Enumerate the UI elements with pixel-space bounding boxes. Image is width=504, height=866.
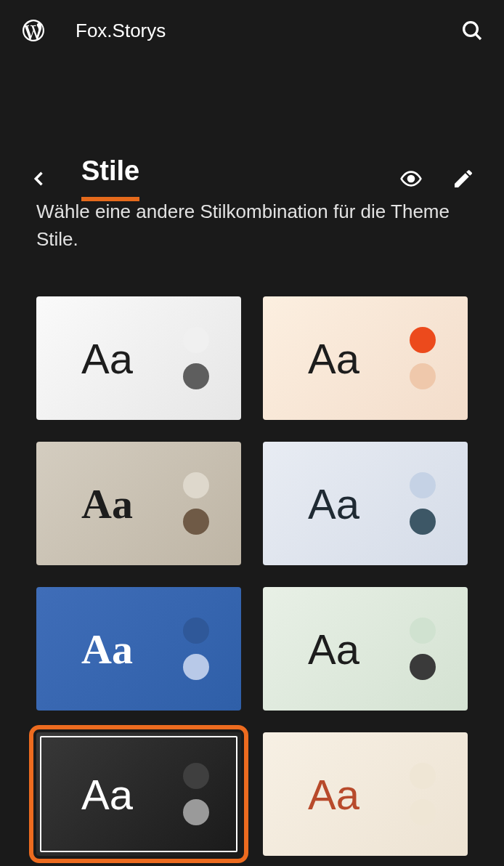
color-swatch-top-icon: [410, 327, 436, 353]
color-swatch-top-icon: [183, 763, 209, 789]
style-sample-text: Aa: [81, 625, 133, 673]
top-bar-left: Fox.Storys: [20, 17, 166, 44]
style-card-6[interactable]: Aa: [36, 732, 241, 856]
style-card-inner: Aa: [36, 296, 241, 420]
color-swatch-bottom-icon: [410, 799, 436, 825]
color-swatch-bottom-icon: [410, 509, 436, 535]
style-sample-text: Aa: [308, 770, 359, 819]
wordpress-logo-icon[interactable]: [20, 17, 46, 44]
description-text: Wähle eine andere Stilkombination für di…: [0, 201, 504, 253]
color-swatch-top-icon: [410, 618, 436, 644]
style-sample-text: Aa: [308, 479, 359, 528]
svg-point-0: [464, 23, 478, 36]
color-swatch-bottom-icon: [183, 654, 209, 680]
style-card-inner: Aa: [36, 732, 241, 856]
style-card-1[interactable]: Aa: [263, 296, 468, 420]
style-sample-text: Aa: [308, 625, 359, 673]
color-swatch-top-icon: [183, 618, 209, 644]
style-card-7[interactable]: Aa: [263, 732, 468, 856]
page-header-left: Stile: [29, 155, 139, 201]
color-swatch-bottom-icon: [410, 363, 436, 389]
color-swatch-bottom-icon: [183, 363, 209, 389]
style-card-inner: Aa: [263, 732, 468, 856]
style-card-inner: Aa: [36, 442, 241, 565]
style-card-3[interactable]: Aa: [263, 442, 468, 565]
styles-grid: AaAaAaAaAaAaAaAa: [0, 253, 504, 856]
color-swatch-top-icon: [183, 472, 209, 498]
style-sample-text: Aa: [81, 479, 133, 528]
site-title[interactable]: Fox.Storys: [76, 20, 166, 42]
header-actions: [399, 167, 475, 190]
style-card-inner: Aa: [263, 296, 468, 420]
preview-eye-icon[interactable]: [399, 167, 423, 190]
style-sample-text: Aa: [308, 334, 359, 383]
style-card-inner: Aa: [263, 442, 468, 565]
page-header: Stile: [0, 155, 504, 201]
color-swatch-top-icon: [410, 472, 436, 498]
page-title: Stile: [81, 155, 139, 201]
style-card-2[interactable]: Aa: [36, 442, 241, 565]
description-line-2: Stile.: [36, 226, 468, 254]
search-icon[interactable]: [460, 19, 484, 42]
style-card-inner: Aa: [36, 587, 241, 711]
style-card-4[interactable]: Aa: [36, 587, 241, 711]
style-card-0[interactable]: Aa: [36, 296, 241, 420]
color-swatch-top-icon: [183, 327, 209, 353]
svg-point-2: [408, 176, 414, 182]
style-card-inner: Aa: [263, 587, 468, 711]
style-card-5[interactable]: Aa: [263, 587, 468, 711]
top-bar: Fox.Storys: [0, 0, 504, 61]
svg-line-1: [476, 34, 481, 39]
color-swatch-top-icon: [410, 763, 436, 789]
edit-pencil-icon[interactable]: [452, 167, 475, 190]
description-line-1: Wähle eine andere Stilkombination für di…: [36, 201, 468, 226]
style-sample-text: Aa: [81, 770, 133, 819]
color-swatch-bottom-icon: [183, 799, 209, 825]
color-swatch-bottom-icon: [183, 509, 209, 535]
style-sample-text: Aa: [81, 334, 133, 383]
back-chevron-icon[interactable]: [29, 169, 49, 189]
color-swatch-bottom-icon: [410, 654, 436, 680]
